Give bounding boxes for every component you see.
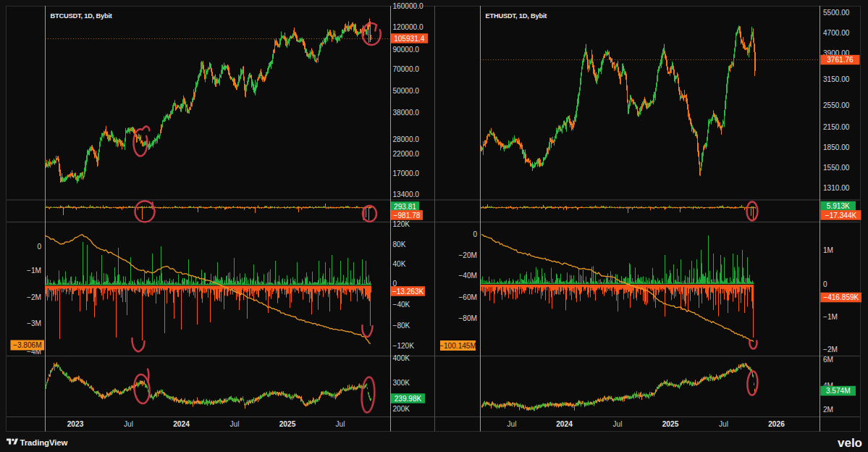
svg-text:Jul: Jul	[124, 420, 133, 428]
svg-text:−80M: −80M	[458, 314, 477, 322]
svg-text:80K: 80K	[393, 240, 406, 248]
svg-text:2025: 2025	[279, 420, 296, 428]
svg-text:2023: 2023	[67, 420, 84, 428]
svg-text:−1M: −1M	[823, 313, 838, 321]
svg-text:1550.00: 1550.00	[823, 164, 850, 172]
svg-text:−13.263K: −13.263K	[392, 288, 424, 296]
svg-text:3.574M: 3.574M	[826, 387, 851, 395]
svg-text:2024: 2024	[173, 420, 190, 428]
svg-text:400K: 400K	[393, 354, 410, 362]
svg-text:−1M: −1M	[27, 267, 41, 275]
svg-text:50000.0: 50000.0	[393, 87, 420, 95]
svg-text:−40M: −40M	[458, 272, 477, 280]
svg-text:293.81: 293.81	[394, 203, 416, 211]
svg-text:−3M: −3M	[27, 319, 41, 327]
svg-text:Jul: Jul	[612, 420, 622, 428]
svg-text:2550.00: 2550.00	[823, 101, 850, 109]
svg-text:Jul: Jul	[335, 420, 345, 428]
svg-text:200K: 200K	[393, 405, 410, 413]
svg-text:−17.344K: −17.344K	[825, 212, 857, 219]
svg-text:5.913K: 5.913K	[827, 202, 850, 210]
svg-text:2025: 2025	[662, 420, 679, 428]
svg-text:120000.0: 120000.0	[393, 23, 424, 31]
svg-text:−416.859K: −416.859K	[823, 293, 859, 301]
svg-text:1M: 1M	[823, 246, 833, 254]
svg-text:0: 0	[37, 243, 41, 251]
svg-text:28000.0: 28000.0	[393, 135, 420, 143]
svg-text:TradingView: TradingView	[20, 438, 68, 447]
svg-text:−80K: −80K	[393, 322, 410, 330]
svg-text:−100.145M: −100.145M	[439, 342, 476, 350]
svg-text:22000.0: 22000.0	[393, 150, 420, 158]
svg-text:4700.00: 4700.00	[823, 29, 850, 37]
svg-text:Jul: Jul	[229, 420, 239, 428]
svg-text:−2M: −2M	[27, 293, 41, 301]
svg-text:300K: 300K	[393, 379, 410, 387]
svg-text:−981.78: −981.78	[394, 212, 421, 219]
svg-text:239.98K: 239.98K	[395, 395, 422, 403]
svg-text:−40K: −40K	[393, 301, 410, 309]
svg-text:2026: 2026	[768, 420, 785, 428]
svg-text:3761.76: 3761.76	[827, 56, 854, 64]
svg-text:Jul: Jul	[719, 420, 728, 428]
svg-text:40K: 40K	[393, 260, 406, 268]
svg-text:0: 0	[823, 280, 827, 288]
svg-text:0: 0	[393, 280, 397, 288]
svg-text:BTCUSDT, 1D, Bybit: BTCUSDT, 1D, Bybit	[51, 12, 112, 20]
svg-text:−3.806M: −3.806M	[13, 341, 42, 349]
svg-text:velo: velo	[838, 436, 862, 450]
svg-text:2M: 2M	[823, 406, 833, 414]
svg-text:38000.0: 38000.0	[393, 109, 420, 117]
svg-text:−20M: −20M	[458, 251, 477, 259]
svg-text:160000.0: 160000.0	[393, 2, 424, 10]
svg-text:70000.0: 70000.0	[393, 65, 420, 73]
svg-text:−120K: −120K	[393, 342, 415, 350]
svg-text:−2M: −2M	[823, 346, 838, 353]
svg-text:2150.00: 2150.00	[823, 123, 850, 131]
svg-text:Jul: Jul	[507, 420, 516, 428]
svg-text:120K: 120K	[393, 220, 410, 228]
svg-text:2024: 2024	[556, 420, 573, 428]
svg-text:6M: 6M	[823, 356, 833, 364]
svg-text:17000.0: 17000.0	[393, 170, 420, 177]
svg-text:0: 0	[473, 230, 477, 238]
svg-text:1850.00: 1850.00	[823, 143, 850, 151]
svg-text:ETHUSDT, 1D, Bybit: ETHUSDT, 1D, Bybit	[486, 12, 547, 20]
svg-text:−60M: −60M	[458, 293, 477, 301]
svg-text:1310.00: 1310.00	[823, 184, 850, 192]
svg-text:105931.4: 105931.4	[394, 35, 424, 43]
svg-text:13400.0: 13400.0	[393, 191, 420, 198]
svg-text:90000.0: 90000.0	[393, 46, 420, 54]
svg-text:3150.00: 3150.00	[823, 75, 850, 83]
svg-text:5500.00: 5500.00	[823, 9, 850, 17]
